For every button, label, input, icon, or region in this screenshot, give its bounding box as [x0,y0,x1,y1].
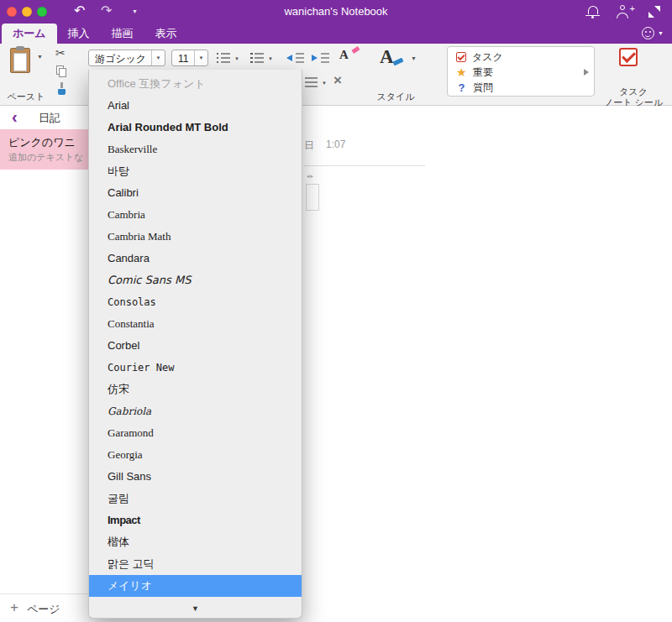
paste-dropdown-caret-icon[interactable]: ▼ [37,54,43,60]
styles-brush-icon [393,58,404,66]
font-menu-item[interactable]: Impact [89,510,302,531]
tag-important-label: 重要 [473,65,493,80]
numbered-list-caret-icon[interactable]: ▼ [268,56,273,61]
font-size-value: 11 [178,52,188,65]
font-menu-item[interactable]: Comic Sans MS [89,269,302,291]
arrow-left-icon [286,55,292,61]
bulleted-list-caret-icon[interactable]: ▼ [234,56,239,61]
window-title: wanichan's Notebook [168,5,504,18]
redo-button[interactable]: ↷ [101,3,112,19]
font-menu-item[interactable]: 맑은 고딕 [89,553,302,575]
plus-icon: + [630,4,635,13]
undo-button[interactable]: ↶ [74,3,85,19]
font-menu-item[interactable]: 바탕 [89,160,302,182]
person-body-icon [617,13,628,18]
brush-tip-icon [58,89,66,95]
cut-scissors-icon[interactable]: ✂ [55,46,66,60]
clipboard-clip-icon [16,46,24,50]
font-menu-item[interactable]: Georgia [89,444,302,466]
ribbon-tabs: ホーム 挿入 描画 表示 ▼ [0,24,672,44]
font-menu-item[interactable]: Gill Sans [89,466,302,488]
paragraph-spacing-caret-icon[interactable]: ▼ [322,81,327,86]
star-icon: ★ [456,67,467,78]
bulleted-list-button[interactable] [217,52,231,64]
font-menu-item[interactable]: 仿宋 [89,379,302,400]
font-dropdown-menu: Office 互換フォント ArialArial Rounded MT Bold… [88,70,302,619]
format-painter-icon[interactable] [57,82,66,96]
page-date-fragment: 日 [304,139,314,153]
font-menu-item[interactable]: 굴림 [89,488,302,510]
font-menu-header: Office 互換フォント [89,73,302,95]
font-menu-item[interactable]: Consolas [89,291,302,313]
styles-label: スタイル [368,91,423,103]
arrow-sw-icon [648,12,654,18]
copy-icon[interactable] [56,65,68,78]
person-head-icon [620,5,625,10]
paragraph-spacing-icon[interactable] [305,77,318,88]
tab-view[interactable]: 表示 [144,24,188,44]
zoom-window-button[interactable] [37,7,47,17]
share-person-add-icon[interactable]: + [617,5,635,18]
letter-a-icon: A [339,48,349,61]
tab-draw[interactable]: 描画 [101,24,144,44]
font-size-combobox[interactable]: 11 ▼ [171,50,208,66]
smiley-icon [642,27,654,39]
back-chevron-icon[interactable]: ‹ [12,106,18,128]
task-seal-checkbox-icon[interactable] [619,48,638,66]
eraser-icon [351,46,360,54]
font-menu-list: ArialArial Rounded MT BoldBaskerville바탕C… [89,95,302,597]
font-menu-item[interactable]: 楷体 [89,531,302,553]
font-menu-item[interactable]: Baskerville [89,139,302,160]
formatting-marks-icon: ◂▸ [307,173,314,180]
notifications-bell-icon[interactable] [588,6,598,14]
quick-access-chevron-icon[interactable]: ▼ [132,8,138,14]
close-window-button[interactable] [7,7,17,17]
font-menu-item[interactable]: Gabriola [89,400,302,422]
font-menu-item-selected[interactable]: メイリオ [89,575,302,597]
tag-question-label: 質問 [473,81,493,95]
font-menu-item[interactable]: Cambria Math [89,226,302,248]
add-page-label: ページ [27,602,60,617]
font-menu-item[interactable]: Arial [89,95,302,117]
page-time: 1:07 [326,139,345,150]
tags-gallery: タスク ★ 重要 ? 質問 [447,46,595,97]
arrow-ne-icon [654,6,660,12]
paste-clipboard-icon[interactable] [10,48,30,73]
tag-task-label: タスク [472,50,503,65]
minimize-window-button[interactable] [22,7,32,17]
paste-label: ペースト [0,91,52,103]
font-name-caret-icon[interactable]: ▼ [151,50,165,65]
brush-handle-icon [60,82,63,88]
feedback-smiley-button[interactable]: ▼ [642,27,664,39]
styles-caret-icon[interactable]: ▼ [411,55,417,61]
font-menu-item[interactable]: Cambria [89,204,302,226]
arrow-right-icon [312,55,318,61]
font-menu-item[interactable]: Garamond [89,422,302,444]
font-menu-item[interactable]: Courier New [89,357,302,379]
delete-x-icon[interactable]: × [333,72,342,89]
font-menu-item[interactable]: Arial Rounded MT Bold [89,117,302,139]
clear-formatting-button[interactable]: A [339,47,360,64]
scroll-down-arrow-icon[interactable]: ▼ [89,602,302,615]
plus-icon: + [10,599,18,616]
font-size-caret-icon[interactable]: ▼ [194,50,207,65]
fullscreen-expand-icon[interactable] [648,6,660,18]
styles-letter-a-icon[interactable]: A [380,46,394,68]
increase-indent-button[interactable] [311,52,329,64]
font-menu-item[interactable]: Constantia [89,313,302,335]
tab-insert[interactable]: 挿入 [57,24,101,44]
tab-home[interactable]: ホーム [2,24,57,44]
tag-important[interactable]: ★ 重要 [456,65,493,79]
font-menu-item[interactable]: Corbel [89,335,302,357]
tag-question[interactable]: ? 質問 [456,81,493,94]
font-name-value: 游ゴシック [95,52,146,65]
decrease-indent-button[interactable] [286,52,304,64]
titlebar: ↶ ↷ ▼ wanichan's Notebook + [0,0,672,24]
font-name-combobox[interactable]: 游ゴシック ▼ [88,50,165,66]
date-underline-divider [304,165,425,166]
font-menu-item[interactable]: Calibri [89,182,302,204]
numbered-list-button[interactable] [250,52,265,64]
tags-expand-arrow-icon[interactable] [584,69,589,76]
tag-task[interactable]: タスク [456,50,503,64]
font-menu-item[interactable]: Candara [89,248,302,269]
